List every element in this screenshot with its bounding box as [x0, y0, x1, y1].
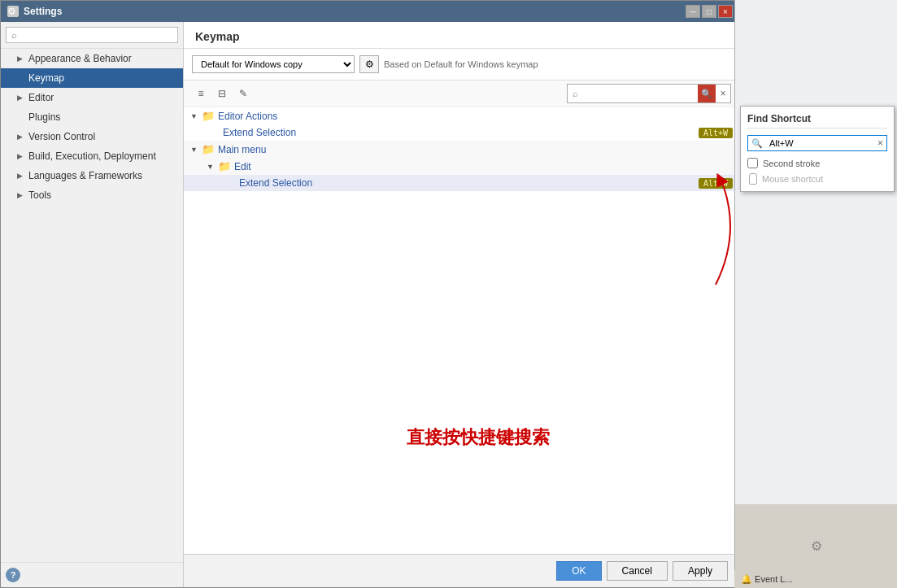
arrow-icon: ▶ [17, 152, 25, 160]
sidebar-item-label: Plugins [28, 111, 60, 123]
tree-subgroup-label: Edit [234, 161, 251, 172]
collapse-arrow-icon: ▼ [207, 163, 215, 171]
minimize-button[interactable]: ─ [686, 5, 700, 18]
event-log-label: 🔔 Event L... [741, 574, 793, 585]
arrow-icon: ▶ [17, 172, 25, 180]
tree-group-header-main-menu[interactable]: ▼ 📁 Main menu [184, 141, 739, 158]
find-shortcut-input[interactable] [766, 136, 874, 150]
keymap-tree: ▼ 📁 Editor Actions Extend Selection Alt+… [184, 107, 739, 554]
sidebar-item-plugins[interactable]: Plugins [1, 107, 183, 127]
keymap-search-input[interactable] [568, 87, 698, 100]
window-title: Settings [24, 6, 62, 17]
maximize-button[interactable]: □ [702, 5, 716, 18]
keymap-search-bar: 🔍 × [567, 84, 731, 103]
apply-button[interactable]: Apply [673, 561, 728, 581]
find-shortcut-title: Find Shortcut [747, 113, 887, 128]
arrow-icon: ▶ [17, 191, 25, 199]
keymap-toolbar: Default for Windows copy ⚙ Based on Defa… [184, 49, 739, 81]
folder-icon: 📁 [202, 110, 215, 122]
sidebar-search-container [1, 22, 183, 49]
sidebar-item-label: Editor [28, 92, 54, 103]
right-panel: ⚙ [734, 0, 897, 588]
folder-icon: 📁 [218, 160, 231, 172]
keymap-description: Based on Default for Windows keymap [384, 59, 538, 69]
arrow-icon: ▶ [17, 133, 25, 141]
keymap-title: Keymap [184, 22, 739, 49]
keymap-actions-bar: ≡ ⊟ ✎ 🔍 × [184, 81, 739, 107]
right-panel-top [735, 0, 897, 504]
sidebar-item-label: Keymap [28, 72, 64, 84]
shortcut-badge: Alt+W [699, 128, 733, 138]
find-shortcut-input-wrap: 🔍 × [747, 135, 887, 151]
tree-subgroup-edit: ▼ 📁 Edit Extend Selection Alt+W [184, 158, 739, 191]
search-icon: 🔍 [748, 138, 766, 149]
clear-search-button[interactable]: × [716, 85, 730, 102]
second-stroke-option: Second stroke [747, 158, 887, 168]
tree-group-label: Main menu [218, 144, 266, 155]
tree-group-label: Editor Actions [218, 111, 277, 122]
second-stroke-checkbox[interactable] [747, 158, 758, 168]
group-action-button[interactable]: ⊟ [213, 85, 231, 102]
clear-shortcut-button[interactable]: × [874, 137, 886, 149]
gear-icon: ⚙ [811, 538, 822, 554]
tree-item-label: Extend Selection [223, 127, 296, 138]
ok-button[interactable]: OK [556, 561, 601, 581]
find-shortcut-popup: Find Shortcut 🔍 × Second stroke Mouse sh… [740, 106, 895, 192]
settings-app-icon: ⚙ [7, 6, 19, 17]
folder-icon: 📁 [202, 143, 215, 155]
sidebar-item-keymap[interactable]: Keymap [1, 68, 183, 88]
help-button[interactable]: ? [6, 568, 20, 582]
title-bar-left: ⚙ Settings [7, 6, 62, 17]
sidebar-item-label: Tools [28, 189, 51, 201]
mouse-shortcut-label: Mouse shortcut [762, 174, 823, 184]
arrow-icon: ▶ [17, 54, 25, 63]
settings-window: ⚙ Settings ─ □ × ▶ Appearance & Behavior… [0, 0, 740, 588]
sidebar-item-vcs[interactable]: ▶ Version Control [1, 127, 183, 146]
sidebar-item-label: Build, Execution, Deployment [28, 150, 156, 162]
sidebar: ▶ Appearance & Behavior Keymap ▶ Editor … [1, 22, 184, 587]
collapse-arrow-icon: ▼ [190, 112, 198, 120]
settings-body: ▶ Appearance & Behavior Keymap ▶ Editor … [1, 22, 739, 587]
second-stroke-label: Second stroke [763, 159, 820, 168]
keymap-settings-button[interactable]: ⚙ [359, 55, 379, 73]
arrow-icon: ▶ [17, 94, 25, 102]
tree-subgroup-header-edit[interactable]: ▼ 📁 Edit [184, 158, 739, 175]
sort-action-button[interactable]: ≡ [192, 85, 210, 102]
tree-group-main-menu: ▼ 📁 Main menu ▼ 📁 Edit Extend Selection [184, 141, 739, 191]
shortcut-badge: Alt+W [699, 178, 733, 189]
collapse-arrow-icon: ▼ [190, 146, 198, 154]
close-button[interactable]: × [718, 5, 733, 18]
tree-group-editor-actions: ▼ 📁 Editor Actions Extend Selection Alt+… [184, 107, 739, 141]
sidebar-search-input[interactable] [6, 27, 178, 43]
settings-footer: OK Cancel Apply [184, 554, 739, 587]
edit-action-button[interactable]: ✎ [234, 85, 252, 102]
sidebar-item-label: Version Control [28, 131, 95, 142]
sidebar-item-appearance[interactable]: ▶ Appearance & Behavior [1, 49, 183, 68]
sidebar-item-build[interactable]: ▶ Build, Execution, Deployment [1, 146, 183, 166]
sidebar-item-languages[interactable]: ▶ Languages & Frameworks [1, 166, 183, 185]
tree-item-extend-selection-2[interactable]: Extend Selection Alt+W [184, 175, 739, 191]
mouse-shortcut-option: Mouse shortcut [747, 173, 887, 185]
keymap-select[interactable]: Default for Windows copy [192, 55, 355, 73]
main-content: Keymap Default for Windows copy ⚙ Based … [184, 22, 739, 587]
tree-group-header-editor-actions[interactable]: ▼ 📁 Editor Actions [184, 107, 739, 124]
sidebar-item-label: Appearance & Behavior [28, 53, 132, 64]
title-bar-controls: ─ □ × [686, 5, 733, 18]
tree-item-label: Extend Selection [239, 177, 312, 189]
cancel-button[interactable]: Cancel [607, 561, 668, 581]
sidebar-item-label: Languages & Frameworks [28, 170, 142, 181]
title-bar: ⚙ Settings ─ □ × [1, 1, 739, 22]
sidebar-item-editor[interactable]: ▶ Editor [1, 88, 183, 107]
find-shortcut-button[interactable]: 🔍 [698, 85, 716, 102]
tree-item-extend-selection-1[interactable]: Extend Selection Alt+W [184, 124, 739, 141]
mouse-icon [749, 173, 757, 185]
sidebar-bottom: ? [1, 562, 183, 587]
sidebar-item-tools[interactable]: ▶ Tools [1, 185, 183, 205]
event-log-bar: 🔔 Event L... [734, 570, 897, 588]
